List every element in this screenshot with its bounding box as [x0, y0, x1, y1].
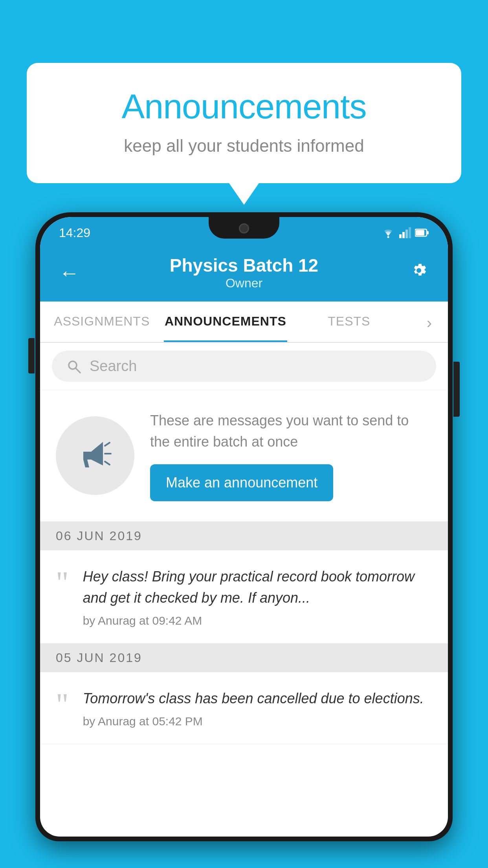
svg-rect-7: [416, 230, 424, 235]
announcement-promo: These are messages you want to send to t…: [40, 390, 448, 521]
svg-rect-2: [402, 232, 405, 238]
announcement-item-2[interactable]: " Tomorrow's class has been cancelled du…: [40, 672, 448, 744]
svg-line-9: [76, 368, 80, 373]
svg-rect-4: [409, 227, 411, 238]
promo-content: These are messages you want to send to t…: [150, 410, 432, 501]
search-container: Search: [40, 343, 448, 390]
announcement-content-1: Hey class! Bring your practical record b…: [83, 566, 432, 627]
svg-point-0: [387, 236, 389, 238]
app-header: ← Physics Batch 12 Owner: [40, 245, 448, 302]
bubble-title: Announcements: [58, 86, 430, 127]
back-button[interactable]: ←: [56, 258, 83, 288]
announcement-text-2: Tomorrow's class has been cancelled due …: [83, 688, 424, 709]
wifi-icon: [381, 227, 395, 238]
tab-assignments[interactable]: ASSIGNMENTS: [40, 302, 164, 342]
phone-notch: [209, 217, 279, 239]
tab-announcements[interactable]: ANNOUNCEMENTS: [164, 302, 288, 342]
bubble-subtitle: keep all your students informed: [58, 136, 430, 156]
announcement-author-1: by Anurag at 09:42 AM: [83, 614, 432, 627]
header-title: Physics Batch 12: [83, 255, 405, 276]
gear-icon: [409, 260, 429, 281]
header-subtitle: Owner: [83, 276, 405, 291]
svg-line-12: [105, 462, 110, 465]
quote-icon-1: ": [56, 570, 69, 595]
header-center: Physics Batch 12 Owner: [83, 255, 405, 291]
phone-device: 14:29: [35, 212, 453, 868]
status-icons: [381, 227, 429, 238]
signal-icon: [399, 227, 411, 238]
speech-bubble-card: Announcements keep all your students inf…: [27, 63, 461, 183]
make-announcement-button[interactable]: Make an announcement: [150, 464, 333, 501]
announcement-author-2: by Anurag at 05:42 PM: [83, 715, 424, 728]
content-area: Search These ar: [40, 343, 448, 744]
promo-icon-circle: [56, 416, 134, 495]
speech-bubble-section: Announcements keep all your students inf…: [27, 63, 461, 183]
status-time: 14:29: [59, 226, 90, 240]
phone-outer-shell: 14:29: [35, 212, 453, 841]
announcement-item-1[interactable]: " Hey class! Bring your practical record…: [40, 550, 448, 644]
svg-line-10: [105, 443, 110, 446]
announcement-text-1: Hey class! Bring your practical record b…: [83, 566, 432, 609]
date-divider-1: 06 JUN 2019: [40, 522, 448, 550]
svg-rect-6: [427, 231, 429, 234]
svg-rect-3: [405, 230, 408, 238]
phone-screen: 14:29: [40, 217, 448, 837]
battery-icon: [415, 228, 429, 237]
search-icon: [66, 359, 82, 374]
announcement-content-2: Tomorrow's class has been cancelled due …: [83, 688, 424, 728]
tab-tests[interactable]: TESTS: [287, 302, 411, 342]
svg-rect-1: [399, 234, 402, 238]
search-placeholder: Search: [90, 358, 137, 375]
tab-more[interactable]: ›: [411, 302, 448, 342]
settings-button[interactable]: [405, 257, 432, 288]
megaphone-icon: [73, 434, 117, 477]
date-divider-2: 05 JUN 2019: [40, 644, 448, 672]
promo-description: These are messages you want to send to t…: [150, 410, 432, 452]
tabs-bar: ASSIGNMENTS ANNOUNCEMENTS TESTS ›: [40, 302, 448, 343]
phone-camera: [239, 223, 249, 234]
search-input-wrapper[interactable]: Search: [52, 351, 436, 382]
quote-icon-2: ": [56, 692, 69, 717]
